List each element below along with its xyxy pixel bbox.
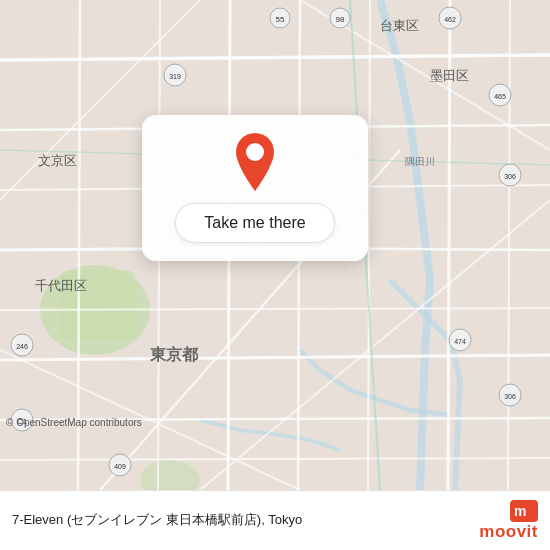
store-name: 7-Eleven (セブンイレブン 東日本橋駅前店), Tokyo — [12, 512, 471, 529]
svg-text:306: 306 — [504, 173, 516, 180]
map-area: 55 98 462 319 465 474 306 306 246 — [0, 0, 550, 490]
svg-text:465: 465 — [494, 93, 506, 100]
location-pin-icon — [231, 133, 279, 191]
svg-text:墨田区: 墨田区 — [430, 68, 469, 83]
svg-text:306: 306 — [504, 393, 516, 400]
svg-text:m: m — [514, 503, 526, 519]
svg-text:台東区: 台東区 — [380, 18, 419, 33]
osm-credit: © OpenStreetMap contributors — [6, 417, 142, 428]
svg-text:98: 98 — [336, 15, 345, 24]
svg-text:東京都: 東京都 — [150, 345, 199, 363]
moovit-brand-text: moovit — [479, 522, 538, 542]
svg-text:千代田区: 千代田区 — [35, 278, 87, 293]
moovit-m-icon: m — [510, 500, 538, 522]
svg-text:文京区: 文京区 — [38, 153, 77, 168]
location-card: Take me there — [142, 115, 368, 261]
moovit-logo: m moovit — [479, 500, 538, 542]
svg-text:246: 246 — [16, 343, 28, 350]
svg-point-58 — [246, 143, 264, 161]
bottom-bar: 7-Eleven (セブンイレブン 東日本橋駅前店), Tokyo m moov… — [0, 490, 550, 550]
svg-text:隅田川: 隅田川 — [405, 156, 435, 167]
svg-text:319: 319 — [169, 73, 181, 80]
svg-text:409: 409 — [114, 463, 126, 470]
app-container: 55 98 462 319 465 474 306 306 246 — [0, 0, 550, 550]
svg-text:474: 474 — [454, 338, 466, 345]
svg-text:462: 462 — [444, 16, 456, 23]
svg-text:55: 55 — [276, 15, 285, 24]
take-me-there-button[interactable]: Take me there — [175, 203, 334, 243]
